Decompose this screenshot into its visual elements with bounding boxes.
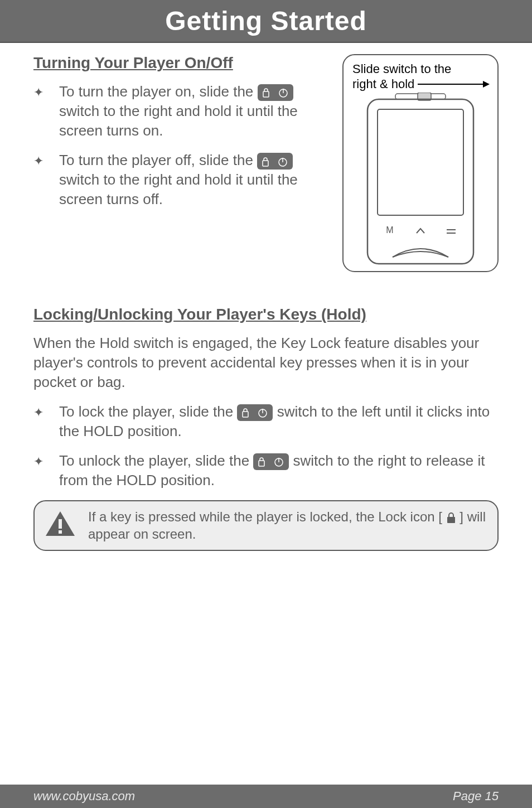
section1-heading: Turning Your Player On/Off: [33, 54, 331, 72]
svg-rect-0: [263, 91, 269, 97]
arrow-right-icon: [418, 84, 489, 85]
bullet-item: ✦ To unlock the player, slide the switch…: [33, 451, 499, 490]
lock-power-switch-icon: [257, 153, 293, 170]
diagram-label-line2: right & hold: [352, 77, 414, 91]
svg-rect-21: [447, 517, 455, 523]
bullet2-text-post: switch to the right and hold it until th…: [59, 171, 298, 207]
note-text-pre: If a key is pressed while the player is …: [88, 509, 446, 524]
device-diagram: Slide switch to the right & hold M: [342, 54, 499, 272]
lock-power-switch-icon: [253, 453, 289, 470]
lock-power-switch-icon: [258, 84, 293, 101]
svg-rect-19: [59, 519, 62, 529]
svg-rect-20: [59, 530, 62, 534]
svg-text:M: M: [386, 225, 393, 235]
star-bullet-icon: ✦: [33, 402, 43, 441]
bullet-item: ✦ To turn the player off, slide the swit…: [33, 151, 331, 209]
svg-rect-13: [243, 412, 248, 417]
star-bullet-icon: ✦: [33, 451, 43, 490]
diagram-label-line1: Slide switch to the: [352, 62, 489, 76]
svg-rect-16: [259, 461, 264, 466]
section2-heading: Locking/Unlocking Your Player's Keys (Ho…: [33, 306, 499, 323]
bullet1-text-pre: To turn the player on, slide the: [59, 83, 258, 100]
lock-icon: [446, 509, 460, 524]
section2-paragraph: When the Hold switch is engaged, the Key…: [33, 333, 499, 392]
player-device-illustration: M: [362, 93, 479, 265]
content-area: Turning Your Player On/Off ✦ To turn the…: [0, 43, 532, 785]
star-bullet-icon: ✦: [33, 151, 43, 209]
bullet2-text-pre: To turn the player off, slide the: [59, 152, 257, 168]
bullet3-text-pre: To lock the player, slide the: [59, 403, 237, 420]
note-box: If a key is pressed while the player is …: [33, 500, 499, 550]
svg-rect-3: [263, 161, 268, 166]
bullet-item: ✦ To turn the player on, slide the switc…: [33, 82, 331, 141]
svg-rect-9: [378, 109, 463, 215]
lock-power-switch-icon: [237, 404, 273, 421]
title-bar: Getting Started: [0, 0, 532, 43]
star-bullet-icon: ✦: [33, 82, 43, 141]
bullet4-text-pre: To unlock the player, slide the: [59, 452, 253, 469]
warning-icon: [45, 510, 76, 540]
bullet1-text-post: switch to the right and hold it until th…: [59, 103, 298, 139]
page-title: Getting Started: [0, 6, 532, 36]
page-footer: www.cobyusa.com Page 15: [0, 785, 532, 808]
bullet-item: ✦ To lock the player, slide the switch t…: [33, 402, 499, 441]
footer-page: Page 15: [453, 789, 499, 804]
footer-url: www.cobyusa.com: [33, 789, 135, 804]
svg-rect-8: [367, 99, 473, 264]
